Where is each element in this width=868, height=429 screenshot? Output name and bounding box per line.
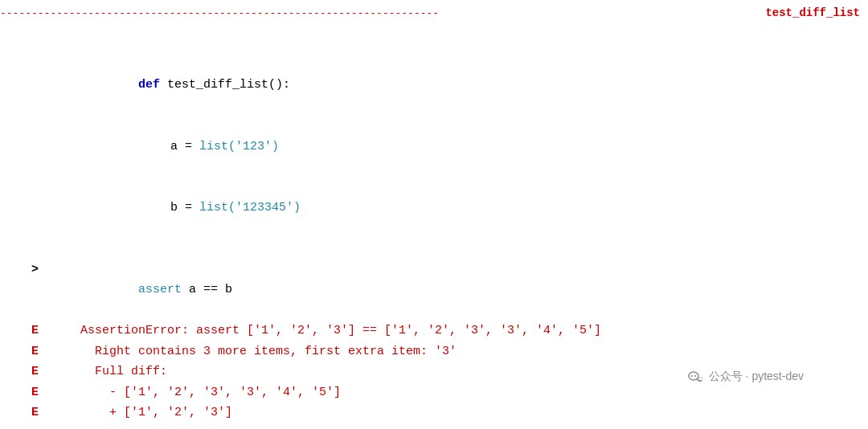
line-prefix-arrow: > <box>0 259 48 280</box>
var-a: a = <box>170 140 199 153</box>
line-content-assert: assert a == b <box>48 259 232 321</box>
line-content-def: def test_diff_list(): <box>48 55 290 116</box>
paren-open: (): <box>268 78 290 92</box>
line-prefix-e5: E <box>0 402 48 423</box>
wechat-icon <box>688 369 704 385</box>
separator-label: test_diff_list <box>765 6 868 19</box>
line-content-a: a = list('123') <box>48 116 279 178</box>
svg-point-3 <box>698 378 700 379</box>
line-def: def test_diff_list(): <box>0 55 868 116</box>
separator-dashes: ----------------------------------------… <box>0 7 765 19</box>
line-content-error4: - ['1', '2', '3', '3', '4', '5'] <box>48 382 341 403</box>
line-content-b: b = list('123345') <box>48 178 301 239</box>
line-error4: E - ['1', '2', '3', '3', '4', '5'] <box>0 382 868 403</box>
code-block: def test_diff_list(): a = list('123') b … <box>0 26 868 423</box>
line-content-error2: Right contains 3 more items, first extra… <box>48 341 457 362</box>
line-error5: E + ['1', '2', '3'] <box>0 402 868 423</box>
line-prefix-e2: E <box>0 341 48 362</box>
line-error1: E AssertionError: assert ['1', '2', '3']… <box>0 321 868 341</box>
svg-point-2 <box>694 375 696 377</box>
assert-expr: a == b <box>189 283 232 296</box>
fn-close-b: ) <box>293 201 301 214</box>
line-content-error5: + ['1', '2', '3'] <box>48 402 232 423</box>
line-b: b = list('123345') <box>0 178 868 239</box>
str-123: '123' <box>235 140 272 153</box>
line-prefix-e1: E <box>0 321 48 341</box>
keyword-assert: assert <box>138 283 189 296</box>
line-prefix-e4: E <box>0 382 48 403</box>
watermark: 公众号 · pytest-dev <box>688 369 804 385</box>
keyword-def: def <box>138 78 167 92</box>
watermark-text: 公众号 · pytest-dev <box>709 370 804 384</box>
svg-point-4 <box>701 377 702 378</box>
top-separator: ----------------------------------------… <box>0 0 868 26</box>
line-assert: > assert a == b <box>0 259 868 321</box>
fn-list-b: list( <box>199 201 235 214</box>
line-prefix-e3: E <box>0 362 48 382</box>
line-content-error3: Full diff: <box>48 362 167 382</box>
line-error2: E Right contains 3 more items, first ext… <box>0 341 868 362</box>
code-container: ----------------------------------------… <box>0 0 868 429</box>
function-name: test_diff_list <box>167 78 268 92</box>
line-a: a = list('123') <box>0 116 868 178</box>
fn-close-a: ) <box>272 140 279 153</box>
str-123345: '123345' <box>235 201 293 214</box>
var-b: b = <box>170 201 199 214</box>
fn-list-a: list( <box>199 140 235 153</box>
svg-point-1 <box>691 375 693 377</box>
line-content-error1: AssertionError: assert ['1', '2', '3'] =… <box>48 321 601 341</box>
